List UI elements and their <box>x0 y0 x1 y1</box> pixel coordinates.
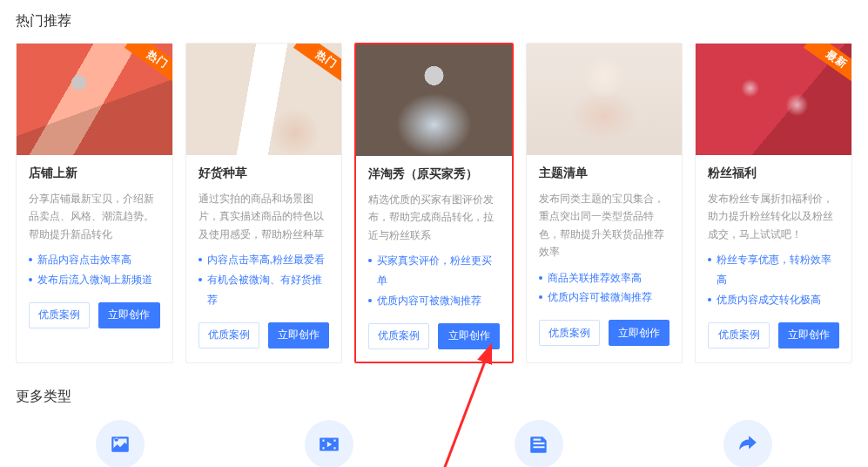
card-title: 店铺上新 <box>29 166 160 181</box>
example-button[interactable]: 优质案例 <box>29 302 90 328</box>
create-button[interactable]: 立即创作 <box>98 302 159 328</box>
card-thumb: 热门 <box>186 44 342 155</box>
card-desc: 发布粉丝专属折扣福利价，助力提升粉丝转化以及粉丝成交，马上试试吧！ <box>708 190 839 243</box>
card-bullets: 内容点击率高,粉丝最爱看 有机会被微淘、有好货推荐 <box>198 250 330 309</box>
example-button[interactable]: 优质案例 <box>198 322 259 349</box>
card-yangtao-show: 洋淘秀（原买家秀） 精选优质的买家有图评价发布，帮助完成商品转化，拉近与粉丝联系… <box>354 43 514 363</box>
bullet: 有机会被微淘、有好货推荐 <box>198 270 330 310</box>
card-store-new: 热门 店铺上新 分享店铺最新宝贝，介绍新品卖点、风格、潮流趋势。帮助提升新品转化… <box>16 43 173 363</box>
card-title: 主题清单 <box>539 166 670 181</box>
bullet: 优质内容可被微淘推荐 <box>368 291 500 311</box>
create-button[interactable]: 立即创作 <box>268 322 329 349</box>
card-bullets: 买家真实评价，粉丝更买单 优质内容可被微淘推荐 <box>368 251 500 310</box>
more-types-row <box>16 420 852 467</box>
bullet: 商品关联推荐效率高 <box>539 268 670 288</box>
card-bullets: 新品内容点击效率高 发布后流入微淘上新频道 <box>29 250 160 290</box>
card-desc: 发布同类主题的宝贝集合，重点突出同一类型货品特色，帮助提升关联货品推荐效率 <box>539 190 670 261</box>
more-type-share[interactable] <box>723 420 772 467</box>
card-thumb: 热门 <box>17 44 172 155</box>
more-type-article[interactable] <box>515 420 563 467</box>
section-more-title: 更多类型 <box>16 388 852 406</box>
bullet: 新品内容点击效率高 <box>29 250 160 270</box>
card-thumb <box>527 44 683 155</box>
section-hot-title: 热门推荐 <box>16 12 852 30</box>
card-title: 好货种草 <box>198 166 330 181</box>
bullet: 粉丝专享优惠，转粉效率高 <box>708 250 839 290</box>
card-title: 洋淘秀（原买家秀） <box>368 166 500 182</box>
more-type-image[interactable] <box>96 420 145 467</box>
bullet: 内容点击率高,粉丝最爱看 <box>198 250 330 270</box>
bullet: 买家真实评价，粉丝更买单 <box>368 251 500 291</box>
bullet: 优质内容成交转化极高 <box>708 290 839 310</box>
more-type-video[interactable] <box>305 420 353 467</box>
card-desc: 分享店铺最新宝贝，介绍新品卖点、风格、潮流趋势。帮助提升新品转化 <box>29 190 160 243</box>
card-thumb <box>356 44 512 156</box>
bullet: 发布后流入微淘上新频道 <box>29 270 160 290</box>
card-title: 粉丝福利 <box>708 166 839 181</box>
bullet: 优质内容可被微淘推荐 <box>539 288 670 308</box>
example-button[interactable]: 优质案例 <box>708 322 769 349</box>
create-button[interactable]: 立即创作 <box>438 323 499 349</box>
card-fans-welfare: 最新 粉丝福利 发布粉丝专属折扣福利价，助力提升粉丝转化以及粉丝成交，马上试试吧… <box>695 43 852 363</box>
video-icon <box>318 433 340 456</box>
example-button[interactable]: 优质案例 <box>539 320 600 346</box>
share-icon <box>737 433 759 456</box>
card-desc: 通过实拍的商品和场景图片，真实描述商品的特色以及使用感受，帮助粉丝种草 <box>198 190 330 243</box>
card-thumb: 最新 <box>696 44 851 155</box>
create-button[interactable]: 立即创作 <box>778 322 839 349</box>
card-good-stuff: 热门 好货种草 通过实拍的商品和场景图片，真实描述商品的特色以及使用感受，帮助粉… <box>185 43 343 363</box>
article-icon <box>528 433 550 456</box>
example-button[interactable]: 优质案例 <box>368 323 429 349</box>
image-icon <box>109 433 131 456</box>
hot-cards-row: 热门 店铺上新 分享店铺最新宝贝，介绍新品卖点、风格、潮流趋势。帮助提升新品转化… <box>16 43 852 363</box>
card-desc: 精选优质的买家有图评价发布，帮助完成商品转化，拉近与粉丝联系 <box>368 191 500 244</box>
create-button[interactable]: 立即创作 <box>609 320 670 346</box>
card-bullets: 商品关联推荐效率高 优质内容可被微淘推荐 <box>539 268 670 308</box>
card-bullets: 粉丝专享优惠，转粉效率高 优质内容成交转化极高 <box>708 250 839 309</box>
card-theme-list: 主题清单 发布同类主题的宝贝集合，重点突出同一类型货品特色，帮助提升关联货品推荐… <box>526 43 683 363</box>
